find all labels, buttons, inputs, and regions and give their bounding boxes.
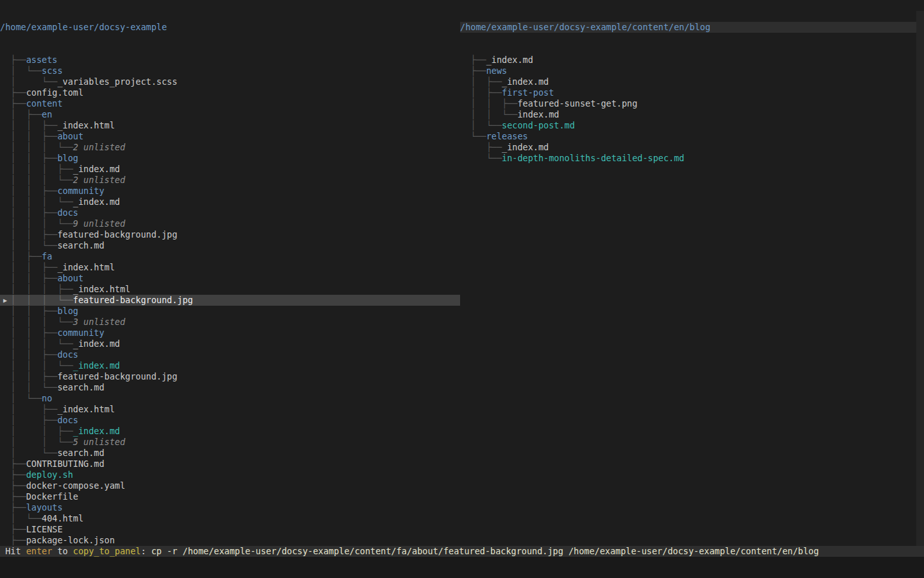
entry-name: _index.md xyxy=(73,426,120,436)
tree-branch-lines: │ │ ├── xyxy=(0,229,57,240)
entry-name: _index.html xyxy=(57,404,114,414)
tree-branch-lines: │ │ ├── xyxy=(0,207,57,218)
tree-row[interactable]: │ └──404.html xyxy=(0,513,460,524)
entry-name: featured-sunset-get.png xyxy=(517,98,637,109)
tree-row[interactable]: ├──package-lock.json xyxy=(0,535,460,546)
tree-row[interactable]: │ │ ├──about xyxy=(0,131,460,142)
entry-name: blog xyxy=(57,306,78,316)
entry-name: second-post.md xyxy=(502,120,575,130)
tree-branch-lines: ├── xyxy=(0,55,26,65)
tree-branch-lines: │ │ ├── xyxy=(0,328,57,338)
tree-row[interactable]: │ │ │ └──_index.md xyxy=(0,197,460,207)
tree-row[interactable]: │ │ │ └──_index.md xyxy=(0,360,460,371)
unlisted-count: 2 unlisted xyxy=(73,142,125,152)
tree-branch-lines: │ │ ├── xyxy=(0,262,57,272)
tree-branch-lines: ├── xyxy=(0,98,26,109)
entry-name: 404.html xyxy=(42,513,83,523)
tree-row[interactable]: ├──docker-compose.yaml xyxy=(0,480,460,491)
tree-row[interactable]: │ │ ├──community xyxy=(0,186,460,197)
tree-branch-lines: │ │ │ └── xyxy=(0,175,73,185)
status-text: Hit xyxy=(0,546,26,556)
tree-row[interactable]: └──releases xyxy=(460,131,924,142)
tree-branch-lines: │ │ │ └── xyxy=(0,317,73,327)
entry-name: search.md xyxy=(57,448,104,458)
tree-row[interactable]: ├──content xyxy=(0,98,460,109)
tree-row[interactable]: │ └──search.md xyxy=(0,448,460,459)
entry-name: community xyxy=(57,328,104,338)
tree-branch-lines: │ │ ├── xyxy=(0,349,57,360)
tree-panel-right: /home/example-user/docsy-example/content… xyxy=(460,0,924,164)
tree-row[interactable]: │ ├──en xyxy=(0,109,460,120)
tree-row[interactable]: │ │ ├──docs xyxy=(0,207,460,218)
tree-row[interactable]: ├──config.toml xyxy=(0,87,460,98)
entry-name: _index.md xyxy=(73,338,120,349)
tree-row[interactable]: │ │ │ └──9 unlisted xyxy=(0,218,460,229)
tree-row[interactable]: ├──assets xyxy=(0,55,460,66)
tree-branch-lines: │ │ │ └── xyxy=(0,338,73,349)
tree-row[interactable]: ├──layouts xyxy=(0,502,460,513)
tree-branch-lines: │ │ └── xyxy=(0,240,57,250)
tree-row[interactable]: │ └──_variables_project.scss xyxy=(0,76,460,87)
tree-row[interactable]: │ │ └──index.md xyxy=(460,109,924,120)
tree-row[interactable]: │ │ │ └──2 unlisted xyxy=(0,142,460,153)
tree-row[interactable]: │ │ │ └──_index.md xyxy=(0,338,460,349)
tree-row[interactable]: │ │ └──search.md xyxy=(0,240,460,251)
tree-row[interactable]: │ │ └──5 unlisted xyxy=(0,437,460,448)
tree-row[interactable]: │ └──scss xyxy=(0,66,460,76)
tree-branch-lines: │ │ ├── xyxy=(0,306,57,316)
tree-row[interactable]: │ │ ├──docs xyxy=(0,349,460,360)
tree-row[interactable]: │ │ └──search.md xyxy=(0,382,460,393)
scrollbar-track[interactable] xyxy=(916,11,924,548)
tree-row[interactable]: │ │ ├──_index.md xyxy=(0,426,460,437)
tree-row[interactable]: ▶ │ │ │ └──featured-background.jpg xyxy=(0,295,460,306)
tree-row[interactable]: ├──LICENSE xyxy=(0,524,460,535)
tree-row[interactable]: │ │ │ └──2 unlisted xyxy=(0,175,460,186)
entry-name: scss xyxy=(42,66,63,76)
panel-root-path: /home/example-user/docsy-example/content… xyxy=(460,22,924,33)
tree-row[interactable]: └──in-depth-monoliths-detailed-spec.md xyxy=(460,153,924,164)
tree-branch-lines: │ │ ├── xyxy=(0,186,57,196)
tree-row[interactable]: │ └──second-post.md xyxy=(460,120,924,131)
tree-row[interactable]: │ │ ├──featured-background.jpg xyxy=(0,229,460,240)
entry-name: blog xyxy=(57,153,78,163)
entry-name: docker-compose.yaml xyxy=(26,480,125,491)
tree-row[interactable]: │ │ ├──_index.html xyxy=(0,120,460,131)
entry-name: no xyxy=(42,393,52,403)
tree-row[interactable]: ├──deploy.sh xyxy=(0,469,460,480)
status-separator: : xyxy=(141,546,151,556)
tree-branch-lines: │ │ │ └── xyxy=(0,218,73,229)
tree-branch-lines: ├── xyxy=(0,459,26,469)
broot-terminal: /home/example-user/docsy-example ├──asse… xyxy=(0,0,924,578)
tree-row[interactable]: ├──Dockerfile xyxy=(0,491,460,502)
tree-row[interactable]: ├──news xyxy=(460,66,924,76)
tree-row[interactable]: ├──_index.md xyxy=(460,55,924,66)
entry-name: assets xyxy=(26,55,58,65)
tree-branch-lines: ├── xyxy=(0,524,26,534)
entry-name: news xyxy=(486,66,508,76)
entry-name: about xyxy=(57,273,83,283)
tree-row[interactable]: │ │ ├──featured-background.jpg xyxy=(0,371,460,382)
entry-name: CONTRIBUTING.md xyxy=(26,459,105,469)
tree-branch-lines: │ ├── xyxy=(0,109,42,119)
tree-row[interactable]: │ ├──_index.html xyxy=(0,404,460,415)
tree-row[interactable]: │ └──no xyxy=(0,393,460,404)
tree-row[interactable]: │ ├──docs xyxy=(0,415,460,426)
tree-row[interactable]: │ │ │ ├──_index.html xyxy=(0,284,460,295)
tree-row[interactable]: │ │ ├──blog xyxy=(0,153,460,164)
tree-row[interactable]: │ │ ├──blog xyxy=(0,306,460,317)
tree-row[interactable]: ├──_index.md xyxy=(460,142,924,153)
entry-name: _index.html xyxy=(57,120,114,130)
tree-row[interactable]: │ │ │ ├──_index.md xyxy=(0,164,460,175)
tree-row[interactable]: │ │ │ └──3 unlisted xyxy=(0,317,460,328)
tree-row[interactable]: │ │ ├──_index.html xyxy=(0,262,460,273)
tree-branch-lines: │ │ └── xyxy=(0,382,57,392)
tree-row[interactable]: │ ├──fa xyxy=(0,251,460,262)
tree-row[interactable]: │ │ ├──about xyxy=(0,273,460,284)
tree-branch-lines: ├── xyxy=(0,469,26,480)
tree-row[interactable]: │ ├──first-post xyxy=(460,87,924,98)
entry-name: docs xyxy=(57,415,78,425)
tree-row[interactable]: │ │ ├──featured-sunset-get.png xyxy=(460,98,924,109)
tree-row[interactable]: ├──CONTRIBUTING.md xyxy=(0,459,460,469)
tree-row[interactable]: │ │ ├──community xyxy=(0,328,460,338)
tree-row[interactable]: │ ├──_index.md xyxy=(460,76,924,87)
